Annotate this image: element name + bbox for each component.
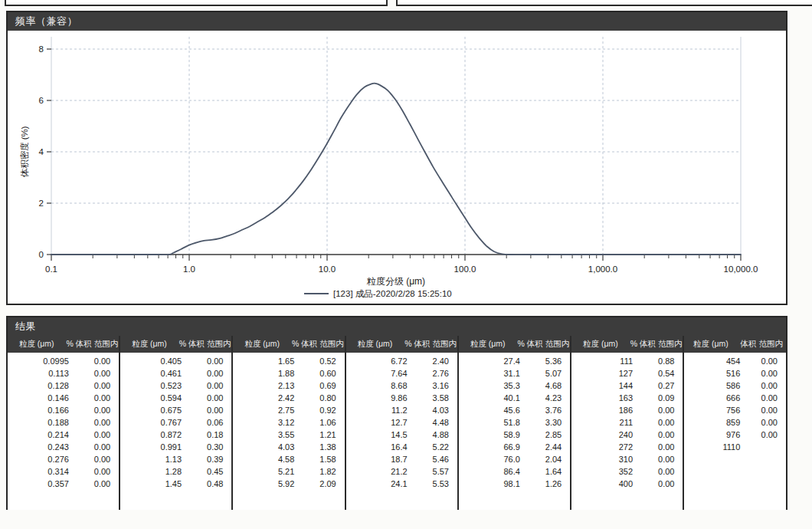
- size-cell: 0.214: [8, 429, 72, 441]
- table-row: 6660.00: [684, 392, 786, 404]
- size-cell: 2.42: [233, 392, 297, 404]
- size-cell: 76.0: [459, 453, 523, 465]
- size-cell: 3.55: [233, 429, 297, 441]
- size-cell: 0.523: [120, 380, 185, 392]
- pct-cell: 4.88: [411, 429, 457, 441]
- size-cell: 11.2: [346, 404, 411, 416]
- size-cell: 5.21: [233, 465, 297, 478]
- table-row: 0.2760.00: [8, 453, 119, 465]
- legend-label: [123] 成品-2020/2/28 15:25:10: [333, 289, 452, 298]
- pct-cell: 1.21: [297, 429, 344, 441]
- results-column-headers: 粒度 (μm)% 体积 范围内: [8, 336, 119, 353]
- pct-cell: 0.00: [743, 380, 786, 392]
- table-row: 0.7670.06: [120, 416, 231, 429]
- pct-cell: 0.52: [297, 355, 344, 367]
- table-row: 1440.27: [571, 380, 683, 392]
- size-cell: 163: [571, 392, 636, 404]
- table-row: 1110.88: [571, 355, 683, 367]
- pct-cell: 0.45: [185, 465, 231, 478]
- pct-cell: 1.64: [523, 465, 570, 478]
- y-tick-label: 8: [39, 44, 44, 54]
- y-tick-label: 6: [39, 96, 44, 105]
- table-row: 2.750.92: [233, 404, 344, 416]
- size-cell: 400: [571, 478, 636, 490]
- x-axis-title: 粒度分级 (μm): [366, 276, 425, 287]
- results-column-group: 粒度 (μm)% 体积 范围内0.09950.000.1130.000.1280…: [8, 336, 120, 510]
- table-row: 1.450.48: [120, 478, 231, 490]
- results-panel-titlebar: 结果: [8, 317, 786, 336]
- table-row: 5.922.09: [233, 478, 344, 490]
- table-row: 58.92.85: [459, 429, 570, 441]
- size-cell: 1.45: [120, 478, 185, 490]
- table-row: 11.24.03: [346, 404, 457, 416]
- x-tick-label: 100.0: [454, 264, 476, 274]
- size-column-header: 粒度 (μm): [684, 339, 737, 350]
- size-cell: 0.405: [120, 355, 185, 367]
- chart-body: 0.11.010.0100.01,000.010,000.002468体积密度 …: [8, 31, 786, 304]
- size-cell: 35.3: [459, 380, 523, 392]
- size-column-header: 粒度 (μm): [120, 339, 178, 350]
- size-cell: 0.243: [8, 441, 72, 453]
- size-cell: 45.6: [459, 404, 523, 416]
- size-cell: 86.4: [459, 465, 523, 478]
- pct-cell: 0.00: [72, 367, 119, 380]
- pct-cell: 0.00: [636, 453, 683, 465]
- size-cell: 144: [571, 380, 636, 392]
- size-cell: 40.1: [459, 392, 523, 404]
- table-row: 14.54.88: [346, 429, 457, 441]
- size-cell: 9.86: [346, 392, 411, 404]
- table-row: 1.280.45: [120, 465, 231, 478]
- table-row: 0.3140.00: [8, 465, 119, 478]
- table-row: 98.11.26: [459, 478, 570, 490]
- size-cell: 0.314: [8, 465, 72, 478]
- pct-cell: 0.69: [297, 380, 344, 392]
- table-row: 5.211.82: [233, 465, 344, 478]
- size-cell: 454: [684, 355, 743, 367]
- size-cell: 31.1: [459, 367, 523, 380]
- pct-column-header: % 体积 范围内: [404, 339, 457, 350]
- results-column-headers: 粒度 (μm)% 体积 范围内: [120, 336, 231, 353]
- results-panel-title: 结果: [15, 320, 36, 334]
- pct-cell: 3.16: [411, 380, 457, 392]
- size-column-header: 粒度 (μm): [571, 339, 630, 350]
- table-row: 6.722.40: [346, 355, 457, 367]
- table-row: 0.2140.00: [8, 429, 119, 441]
- pct-cell: 0.88: [636, 355, 683, 367]
- pct-cell: 4.48: [411, 416, 457, 429]
- pct-cell: 1.82: [297, 465, 344, 478]
- size-cell: 111: [571, 355, 636, 367]
- table-row: 7560.00: [684, 404, 786, 416]
- pct-cell: 4.03: [411, 404, 457, 416]
- pct-cell: 1.26: [523, 478, 570, 490]
- pct-cell: 0.48: [185, 478, 231, 490]
- table-row: 0.1280.00: [8, 380, 119, 392]
- y-tick-label: 0: [39, 250, 44, 259]
- size-cell: 5.92: [233, 478, 297, 490]
- size-cell: 240: [571, 429, 636, 441]
- results-column-body: 4540.005160.005860.006660.007560.008590.…: [684, 353, 786, 510]
- size-cell: 0.113: [8, 367, 72, 380]
- table-row: 1860.00: [571, 404, 683, 416]
- pct-cell: 2.44: [523, 441, 570, 453]
- pct-cell: 0.00: [636, 478, 683, 490]
- table-row: 0.4050.00: [120, 355, 231, 367]
- size-cell: 0.594: [120, 392, 185, 404]
- table-row: 0.4610.00: [120, 367, 231, 380]
- pct-cell: 0.00: [636, 416, 683, 429]
- results-column-headers: 粒度 (μm)% 体积 范围内: [346, 336, 457, 353]
- pct-cell: 5.07: [523, 367, 570, 380]
- size-cell: 18.7: [346, 453, 411, 465]
- size-column-header: 粒度 (μm): [233, 339, 291, 350]
- pct-cell: 0.00: [636, 404, 683, 416]
- pct-cell: 2.04: [523, 453, 570, 465]
- table-row: 4.031.38: [233, 441, 344, 453]
- pct-cell: 0.00: [743, 367, 786, 380]
- pct-cell: 2.76: [411, 367, 457, 380]
- size-cell: 1.88: [233, 367, 297, 380]
- size-cell: 0.166: [8, 404, 72, 416]
- table-row: 2720.00: [571, 441, 683, 453]
- size-cell: 516: [684, 367, 743, 380]
- pct-cell: 0.00: [185, 380, 231, 392]
- pct-cell: 0.06: [185, 416, 231, 429]
- size-cell: 24.1: [346, 478, 411, 490]
